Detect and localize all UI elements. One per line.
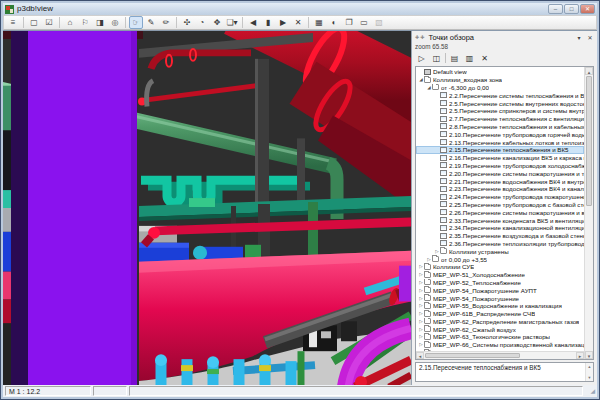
minimize-button[interactable]: – <box>548 4 563 14</box>
tree-item[interactable]: 2.5.Пересечение системы внутренних водос… <box>416 99 584 107</box>
monitor-button[interactable]: ▭ <box>357 16 371 29</box>
tree-item[interactable]: ▷MEP_WP-61В_Распределение СЧВ <box>416 310 584 318</box>
walk-button[interactable]: ✣ <box>180 16 194 29</box>
tree-item[interactable]: 2.24.Пересечение трубопровода пожаротуше… <box>416 193 584 201</box>
hscroll-thumb[interactable] <box>425 353 520 358</box>
tree-hscrollbar[interactable]: ◂ ▸ <box>416 351 584 359</box>
tree-item[interactable]: ▷MEP_WP-55_Водоснабжение и канализация <box>416 302 584 310</box>
maximize-button[interactable]: □ <box>564 4 579 14</box>
snapshot-button[interactable]: ◨ <box>93 16 107 29</box>
close-button[interactable]: ✕ <box>580 4 595 14</box>
viewpoint-description[interactable]: 2.15.Пересечение теплоснабжения и ВК5 ▴ … <box>415 362 594 382</box>
tree-item[interactable]: 2.13.Пересечение кабельных лотков и тепл… <box>416 138 584 146</box>
panel-close-button[interactable]: ✕ <box>586 34 594 41</box>
tree-item[interactable]: ▷MEP_WP-62_Распределение магистральных г… <box>416 318 584 326</box>
checklist-button[interactable]: ☑ <box>42 16 56 29</box>
desc-scroll-down-icon[interactable]: ▾ <box>586 374 593 381</box>
tree-item[interactable]: ▷от 0,00 до +3,55 <box>416 255 584 263</box>
open-button[interactable]: ▢ <box>27 16 41 29</box>
desc-scroll-up-icon[interactable]: ▴ <box>586 363 593 370</box>
panel-menu-button[interactable]: ▾ <box>575 34 583 41</box>
pencil-button[interactable]: ✎ <box>144 16 158 29</box>
pen-button[interactable]: ✏ <box>159 16 173 29</box>
delete-button[interactable]: ✕ <box>291 16 305 29</box>
vscroll-track <box>585 207 593 351</box>
menu-button[interactable]: ≡ <box>6 16 20 29</box>
panel-header[interactable]: ✚✚ Точки обзора ▾ ✕ <box>412 31 597 43</box>
panel-header-icons: ✚✚ <box>415 31 425 43</box>
tree-item[interactable]: 2.5.Пересечение спринклеров и системы вн… <box>416 107 584 115</box>
viewport-3d[interactable] <box>3 31 411 385</box>
views-dropdown-button[interactable]: ❏▾ <box>225 16 239 29</box>
tree-item[interactable]: ▷MEP_WP-54_Пожаротушение АУПТ <box>416 286 584 294</box>
tree-item[interactable]: ▷MEP_WP-62_Сжатый воздух <box>416 325 584 333</box>
toolbar-separator <box>308 17 309 28</box>
tree-item[interactable]: 2.2.Пересечение системы теплоснабжения и… <box>416 91 584 99</box>
vscroll-thumb[interactable] <box>586 76 592 206</box>
tree-item[interactable]: 2.19.Пересечение трубопроводов холодосна… <box>416 162 584 170</box>
tree-item[interactable]: 2.23.Пересечение водоснабжения ВК4 и кан… <box>416 185 584 193</box>
tree-item[interactable]: 2.21.Пересечение водоснабжения ВК4 и вну… <box>416 177 584 185</box>
tree-vscrollbar[interactable]: ▴ ▾ <box>584 67 593 359</box>
tree-item[interactable]: ▷Коллизии устранены <box>416 247 584 255</box>
viewpoint-icon <box>440 225 447 231</box>
tree-item[interactable]: ▷MEP_WP-54_Пожаротушение <box>416 294 584 302</box>
tree-item[interactable]: ◢Коллизии_входная зона <box>416 76 584 84</box>
tree-item[interactable]: 2.35.Пересечение воздуховода и базовой с… <box>416 232 584 240</box>
scroll-up-icon[interactable]: ▴ <box>585 67 593 75</box>
scroll-right-icon[interactable]: ▸ <box>576 352 584 359</box>
save-viewpoint-button[interactable]: ◫ <box>430 52 443 64</box>
left-edge-pipes <box>3 86 11 385</box>
render-light-button[interactable]: ◐ <box>327 16 341 29</box>
tree-item[interactable]: Default view <box>416 68 584 76</box>
resize-grip[interactable]: ◢ <box>585 386 595 396</box>
folder-icon <box>424 279 431 285</box>
tree-item[interactable]: 2.25.Пересечение трубопроводов с базовой… <box>416 201 584 209</box>
tree-item[interactable]: 2.15.Пересечение теплоснабжения и ВК5 <box>416 146 584 154</box>
tree-item[interactable]: 2.7.Пересечение теплоснабжения с вентиля… <box>416 115 584 123</box>
title-bar[interactable]: p3db!view –□✕ <box>3 3 597 15</box>
tree-item-label: MEP_WP-51_Холодоснабжение <box>433 271 525 278</box>
help-button: ▧ <box>372 16 386 29</box>
apply-viewpoint-button[interactable]: ▷ <box>415 52 428 64</box>
delete-viewpoint-button[interactable]: ✕ <box>478 52 491 64</box>
window-title: p3db!view <box>17 3 545 15</box>
tree-item[interactable]: ◢от -6,300 до 0,00 <box>416 84 584 92</box>
tree-item-label: 2.21.Пересечение водоснабжения ВК4 и вну… <box>449 178 584 185</box>
tree-item[interactable]: ▷Коллизии СУЕ <box>416 263 584 271</box>
comment-button[interactable]: ⚐ <box>78 16 92 29</box>
tree-item[interactable]: ▷MEP_WP-63_Технологические растворы <box>416 333 584 341</box>
scroll-left-icon[interactable]: ◂ <box>416 352 424 359</box>
scroll-down-icon[interactable]: ▾ <box>585 351 593 359</box>
viewpoints-tree: Default view◢Коллизии_входная зона◢от -6… <box>415 66 594 360</box>
pan-button[interactable]: ✥ <box>210 16 224 29</box>
tree-item[interactable]: 2.16.Пересечение канализации ВК5 и карка… <box>416 154 584 162</box>
tree-item[interactable]: 2.26.Пересечение системы пожаротушения и… <box>416 208 584 216</box>
update-viewpoint-button[interactable]: ▥ <box>463 52 476 64</box>
tree-item[interactable]: ▷MEP_WP-52_Теплоснабжение <box>416 279 584 287</box>
float-icon[interactable]: ✚ <box>415 34 419 40</box>
nav-back-button[interactable]: ◀ <box>246 16 260 29</box>
grid-window-button[interactable]: ▦ <box>312 16 326 29</box>
tree-item[interactable]: 2.36.Пересечение теплоизоляции трубопров… <box>416 240 584 248</box>
add-viewpoint-button[interactable]: ▤ <box>448 52 461 64</box>
tree-item[interactable]: 2.8.Пересечение теплоснабжения и кабельн… <box>416 123 584 131</box>
tree-item[interactable]: ▷MEP_WP-66_Системы производственной кана… <box>416 341 584 349</box>
description-scrollbar[interactable]: ▴ ▾ <box>585 363 593 381</box>
tree-item[interactable]: 2.10.Пересечение трубопроводов горячей в… <box>416 130 584 138</box>
zoom-button[interactable]: ◎ <box>108 16 122 29</box>
main-toolbar: ≡▢☑⌂⚐◨◎☞✎✏✣◔✥❏▾◀▮▶✕▦◐❐▭▧ <box>3 15 597 30</box>
folder-icon <box>440 248 447 254</box>
tree-item[interactable]: 2.33.Пересечение конденсата ВК5 и вентил… <box>416 216 584 224</box>
nav-stop-button[interactable]: ▮ <box>261 16 275 29</box>
home-button[interactable]: ⌂ <box>63 16 77 29</box>
layers-button[interactable]: ❐ <box>342 16 356 29</box>
tree-item[interactable]: ▷MEP_WP-51_Холодоснабжение <box>416 271 584 279</box>
content-area: ✚✚ Точки обзора ▾ ✕ zoom 65.58 ▷◫▤▥✕ Def… <box>3 30 597 385</box>
tree-item[interactable]: 2.20.Пересечение системы пожаротушения и… <box>416 169 584 177</box>
orbit-button[interactable]: ◔ <box>195 16 209 29</box>
tree-item[interactable]: 2.34.Пересечение канализационной вентиля… <box>416 224 584 232</box>
select-info-button[interactable]: ☞ <box>129 16 143 29</box>
nav-forward-button[interactable]: ▶ <box>276 16 290 29</box>
dock-icon[interactable]: ✚ <box>420 34 424 40</box>
